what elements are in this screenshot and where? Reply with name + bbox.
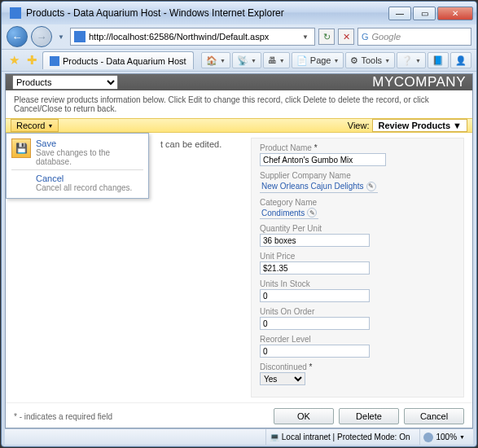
stop-button[interactable]: ✕ (338, 29, 354, 45)
search-box[interactable]: G Google (357, 28, 471, 46)
forward-button[interactable]: → (31, 26, 52, 47)
chevron-down-icon: ▼ (453, 121, 462, 130)
supplier-label: Supplier Company Name (260, 171, 455, 180)
feeds-button[interactable]: 📡▼ (232, 52, 261, 68)
menu-item-cancel[interactable]: CancelCancel all record changes. (7, 172, 148, 195)
menu-divider (11, 169, 143, 170)
minimize-button[interactable]: — (388, 7, 411, 20)
view-label: View: (348, 121, 370, 130)
hint-fragment: t can be edited. (160, 139, 251, 149)
tools-menu[interactable]: ⚙Tools▼ (345, 52, 395, 68)
help-icon: ❔ (401, 55, 413, 66)
tab-title: Products - Data Aquarium Host (63, 56, 186, 66)
status-bar: 💻Local intranet | Protected Mode: On 100… (5, 428, 473, 445)
reorder-label: Reorder Level (260, 335, 455, 344)
home-icon: 🏠 (206, 55, 217, 66)
brand-logo: MYCOMPANY (372, 74, 466, 90)
page-header: Products MYCOMPANY (6, 74, 472, 90)
discontinued-select[interactable]: Yes (260, 372, 305, 385)
page-content: Products MYCOMPANY Please review product… (5, 73, 473, 428)
ok-button[interactable]: OK (274, 408, 334, 424)
help-button[interactable]: ❔▼ (397, 52, 426, 68)
qpu-input[interactable] (260, 234, 370, 247)
gear-icon: ⚙ (350, 55, 358, 66)
back-button[interactable]: ← (7, 26, 28, 47)
print-button[interactable]: 🖶▼ (263, 52, 290, 68)
browser-tab[interactable]: Products - Data Aquarium Host (42, 51, 194, 69)
required-note: * - indicates a required field (6, 409, 121, 424)
zone-icon: 💻 (270, 433, 279, 441)
price-input[interactable] (260, 261, 370, 275)
title-bar: Products - Data Aquarium Host - Windows … (2, 2, 476, 24)
page-favicon (74, 31, 86, 42)
order-label: Units On Order (260, 307, 455, 316)
url-input[interactable] (89, 32, 296, 42)
menu-item-save[interactable]: 💾 SaveSave changes to the database. (7, 137, 148, 168)
app-window: Products - Data Aquarium Host - Windows … (1, 1, 477, 447)
messenger-button[interactable]: 👤 (450, 52, 471, 68)
stock-input[interactable] (260, 289, 370, 302)
disc-label: Discontinued (260, 362, 307, 371)
zoom-control[interactable]: 100%▼ (419, 429, 468, 445)
search-placeholder: Google (372, 32, 401, 42)
chevron-down-icon: ▼ (47, 123, 53, 129)
product-name-label: Product Name (260, 143, 312, 152)
zoom-icon (423, 433, 433, 442)
form-area: 💾 SaveSave changes to the database. Canc… (6, 133, 472, 402)
print-icon: 🖶 (268, 55, 277, 65)
record-toolbar: Record▼ View: Review Products▼ (6, 118, 472, 133)
book-icon: 📘 (432, 55, 444, 66)
refresh-button[interactable]: ↻ (318, 29, 335, 45)
reorder-input[interactable] (260, 345, 370, 358)
research-button[interactable]: 📘 (428, 52, 449, 68)
category-select[interactable]: Products (12, 75, 118, 90)
window-title: Products - Data Aquarium Host - Windows … (26, 7, 388, 19)
tab-favicon (50, 56, 59, 66)
record-menu-button[interactable]: Record▼ (11, 119, 59, 132)
order-input[interactable] (260, 317, 370, 330)
add-favorites-icon[interactable]: ✚ (24, 53, 39, 68)
person-icon: 👤 (455, 55, 467, 66)
url-dropdown-icon[interactable]: ▼ (300, 33, 311, 41)
page-icon: 📄 (296, 55, 308, 66)
ie-favicon (10, 7, 21, 19)
rss-icon: 📡 (237, 55, 248, 66)
page-menu[interactable]: 📄Page▼ (292, 52, 344, 68)
product-name-input[interactable] (260, 153, 386, 166)
stock-label: Units In Stock (260, 279, 455, 288)
instructions-text: Please review products information below… (6, 90, 472, 118)
lookup-icon[interactable]: ✎ (307, 208, 317, 217)
form-panel: Product Name * Supplier Company NameNew … (251, 138, 464, 397)
qpu-label: Quantity Per Unit (260, 224, 455, 233)
record-dropdown-menu: 💾 SaveSave changes to the database. Canc… (6, 133, 149, 199)
supplier-link[interactable]: New Orleans Cajun Delights✎ (260, 182, 378, 193)
search-provider-icon: G (362, 32, 369, 42)
delete-button[interactable]: Delete (339, 408, 399, 424)
command-bar: ★ ✚ Products - Data Aquarium Host 🏠▼ 📡▼ … (2, 49, 476, 72)
category-link[interactable]: Condiments✎ (260, 208, 318, 219)
maximize-button[interactable]: ▭ (413, 7, 436, 20)
category-label: Category Name (260, 198, 455, 207)
home-button[interactable]: 🏠▼ (201, 52, 230, 68)
favorites-star-icon[interactable]: ★ (7, 53, 21, 68)
lookup-icon[interactable]: ✎ (366, 182, 376, 191)
security-zone[interactable]: 💻Local intranet | Protected Mode: On (265, 429, 414, 445)
close-button[interactable]: ✕ (437, 7, 473, 20)
price-label: Unit Price (260, 252, 455, 261)
save-icon: 💾 (11, 138, 31, 158)
nav-history-dropdown[interactable]: ▼ (55, 29, 67, 45)
cancel-button[interactable]: Cancel (404, 408, 464, 424)
address-bar[interactable]: ▼ (70, 28, 315, 46)
nav-bar: ← → ▼ ▼ ↻ ✕ G Google (2, 24, 476, 49)
view-selector[interactable]: Review Products▼ (372, 119, 467, 132)
